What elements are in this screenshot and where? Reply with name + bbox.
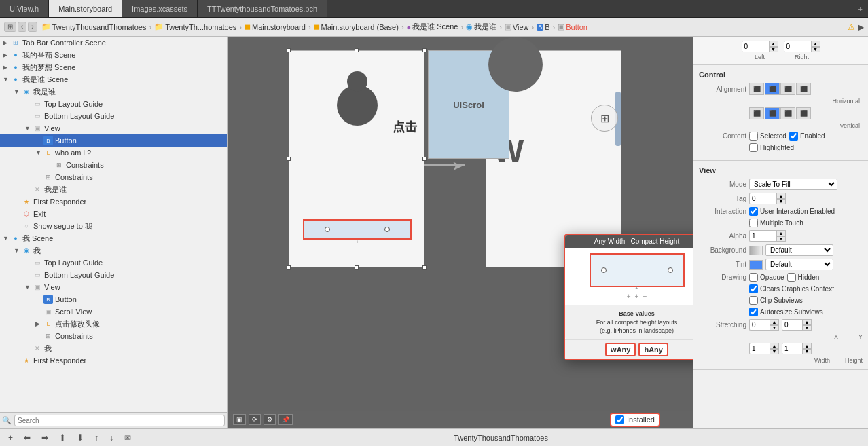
tree-constraints-view[interactable]: ⊞ Constraints: [0, 171, 227, 183]
tree-first-responder-wo[interactable]: ★ First Responder: [0, 354, 227, 367]
stretch-y-increment[interactable]: ▲: [802, 319, 812, 325]
tree-wo-vc[interactable]: ▼ ◉ 我: [0, 244, 227, 257]
nav-forward-button[interactable]: ›: [28, 22, 37, 32]
height-decrement[interactable]: ▼: [802, 349, 812, 355]
align-right-btn[interactable]: ⬛: [780, 83, 795, 95]
bottom-forward-button[interactable]: ➡: [39, 432, 51, 444]
align-bottom-btn[interactable]: ⬛: [780, 107, 795, 119]
height-input[interactable]: [782, 343, 802, 354]
tree-segue[interactable]: ○ Show segue to 我: [0, 220, 227, 232]
clip-subviews-label[interactable]: Clip Subviews: [749, 296, 803, 305]
autoresize-label[interactable]: Autoresize Subviews: [749, 308, 823, 316]
tree-wo-image[interactable]: ✕ 我: [0, 342, 227, 354]
alpha-increment[interactable]: ▲: [776, 230, 786, 236]
tree-constraints-whoami[interactable]: ⊞ Constraints: [0, 159, 227, 171]
tree-exit[interactable]: ⬡ Exit: [0, 208, 227, 220]
left-value-input[interactable]: 0: [742, 41, 769, 52]
tab-uiview[interactable]: UIView.h: [0, 0, 49, 17]
tree-button-wo[interactable]: B Button: [0, 293, 227, 305]
tree-button-woshishei[interactable]: B Button: [0, 134, 227, 147]
hidden-checkbox[interactable]: [787, 273, 796, 282]
bottom-up-button[interactable]: ↑: [92, 432, 101, 444]
selected-checkbox[interactable]: [749, 132, 758, 141]
storyboard-canvas[interactable]: 点击 + ➤: [228, 37, 693, 428]
hidden-label[interactable]: Hidden: [787, 273, 820, 282]
align-center-h-btn[interactable]: ⬛: [765, 83, 780, 95]
bottom-add-button[interactable]: +: [5, 432, 16, 444]
tint-color-swatch[interactable]: [749, 260, 763, 270]
breadcrumb-button[interactable]: ▣ Button: [558, 22, 587, 31]
right-increment[interactable]: ▲: [811, 41, 820, 47]
bottom-down-button[interactable]: ↓: [107, 432, 116, 444]
tint-select[interactable]: Default: [765, 259, 833, 270]
warning-button[interactable]: ⚠: [848, 22, 855, 32]
tree-bottom-layout-guide-wo[interactable]: ▭ Bottom Layout Guide: [0, 269, 227, 281]
bottom-indent-button[interactable]: ⬆: [56, 432, 69, 444]
align-center-v-btn[interactable]: ⬛: [765, 107, 780, 119]
enabled-checkbox[interactable]: [789, 132, 798, 141]
tree-top-layout-guide[interactable]: ▭ Top Layout Guide: [0, 98, 227, 110]
tree-click-label[interactable]: ▶ L 点击修改头像: [0, 318, 227, 330]
add-tab-button[interactable]: +: [853, 0, 868, 17]
tree-top-layout-guide-wo[interactable]: ▭ Top Layout Guide: [0, 257, 227, 269]
tag-decrement[interactable]: ▼: [776, 199, 786, 205]
stretch-x-input[interactable]: [749, 319, 770, 331]
breadcrumb-b[interactable]: B B ›: [537, 23, 556, 31]
tab-pch[interactable]: TTTwentythousandTomatoes.pch: [198, 0, 327, 17]
alpha-decrement[interactable]: ▼: [776, 236, 786, 242]
alpha-input[interactable]: [749, 230, 776, 242]
multiple-touch-checkbox[interactable]: [749, 219, 758, 227]
multiple-touch-label[interactable]: Multiple Touch: [749, 219, 803, 227]
tree-bottom-layout-guide[interactable]: ▭ Bottom Layout Guide: [0, 110, 227, 122]
tree-whoami-label[interactable]: ▼ L who am i ?: [0, 147, 227, 159]
background-select[interactable]: Default: [765, 244, 833, 256]
stretch-y-input[interactable]: [782, 319, 802, 331]
resolve-button[interactable]: ⚙: [264, 414, 276, 425]
stretch-x-decrement[interactable]: ▼: [770, 325, 779, 331]
tree-woshishei-image[interactable]: ✕ 我是谁: [0, 183, 227, 196]
nav-back-button[interactable]: ‹: [18, 22, 26, 32]
tab-mainstoryboard[interactable]: Main.storyboard: [49, 0, 122, 17]
align-left-btn[interactable]: ⬛: [749, 83, 764, 95]
autoresize-checkbox[interactable]: [749, 308, 758, 316]
breadcrumb-view[interactable]: ▣ View ›: [505, 22, 535, 31]
tab-images[interactable]: Images.xcassets: [122, 0, 198, 17]
tree-woshishei-vc[interactable]: ▼ ◉ 我是谁: [0, 86, 227, 98]
installed-checkbox[interactable]: [615, 415, 624, 424]
breadcrumb-scene[interactable]: ● 我是谁 Scene ›: [407, 22, 465, 32]
clip-subviews-checkbox[interactable]: [749, 296, 758, 305]
opaque-checkbox[interactable]: [749, 273, 758, 282]
selected-checkbox-label[interactable]: Selected: [749, 132, 786, 141]
tree-tab-bar-scene[interactable]: ▶ ⊞ Tab Bar Controller Scene: [0, 37, 227, 49]
stretch-y-decrement[interactable]: ▼: [802, 325, 812, 331]
tree-first-responder-1[interactable]: ★ First Responder: [0, 196, 227, 208]
bottom-send-button[interactable]: ✉: [122, 432, 134, 444]
nav-grid-button[interactable]: ⊞: [4, 22, 16, 32]
bottom-back-button[interactable]: ⬅: [21, 432, 33, 444]
dots-button[interactable]: ⊞: [591, 105, 618, 132]
width-decrement[interactable]: ▼: [770, 349, 779, 355]
tree-woshishei-scene[interactable]: ▼ ● 我是谁 Scene: [0, 73, 227, 86]
right-decrement[interactable]: ▼: [811, 47, 820, 53]
tree-fangchie-scene[interactable]: ▶ ● 我的番茄 Scene: [0, 49, 227, 61]
tree-scroll-view[interactable]: ▣ Scroll View: [0, 305, 227, 318]
left-increment[interactable]: ▲: [769, 41, 778, 47]
bottom-outdent-button[interactable]: ⬇: [74, 432, 86, 444]
update-frames-button[interactable]: ⟳: [249, 414, 261, 425]
width-increment[interactable]: ▲: [770, 343, 779, 349]
height-increment[interactable]: ▲: [802, 343, 812, 349]
clears-graphics-checkbox[interactable]: [749, 284, 758, 293]
align-top-btn[interactable]: ⬛: [749, 107, 764, 119]
breadcrumb-project[interactable]: 📁 TwentyThousandThomatoes ›: [41, 22, 153, 31]
tree-view-woshishei[interactable]: ▼ ▣ View: [0, 122, 227, 134]
highlighted-checkbox[interactable]: [749, 143, 758, 152]
align-fill-v-btn[interactable]: ⬛: [796, 107, 811, 119]
pin-button[interactable]: 📌: [278, 414, 293, 425]
tree-view-wo[interactable]: ▼ ▣ View: [0, 281, 227, 293]
clears-graphics-label[interactable]: Clears Graphics Context: [749, 284, 834, 293]
forward-nav-button[interactable]: ▶: [858, 22, 864, 32]
background-color-swatch[interactable]: [749, 246, 763, 255]
right-value-input[interactable]: 0: [784, 41, 811, 52]
highlighted-checkbox-label[interactable]: Highlighted: [749, 143, 794, 152]
left-decrement[interactable]: ▼: [769, 47, 778, 53]
